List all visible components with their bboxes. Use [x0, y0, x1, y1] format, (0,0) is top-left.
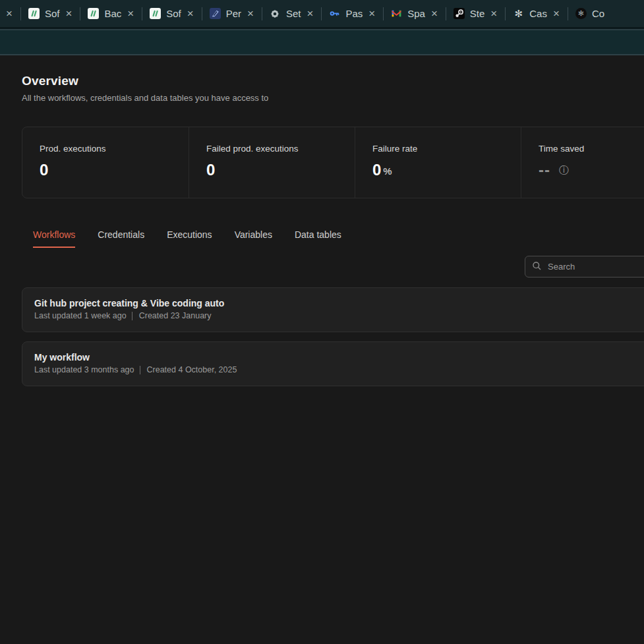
percent-suffix: %	[383, 164, 392, 177]
stat-label: Failure rate	[372, 144, 521, 154]
tab-executions[interactable]: Executions	[167, 229, 212, 248]
tab-workflows[interactable]: Workflows	[33, 229, 75, 248]
close-icon[interactable]: ×	[187, 8, 194, 19]
n8n-icon	[88, 8, 99, 19]
toolbar-row	[22, 256, 644, 278]
info-icon[interactable]: ⓘ	[559, 164, 569, 177]
browser-tab-settings[interactable]: Set ×	[262, 0, 321, 27]
workflow-title: Git hub project creating & Vibe coding a…	[34, 298, 641, 308]
browser-tab-chatgpt-2[interactable]: ✻ Co	[568, 0, 612, 27]
browser-tab-partial[interactable]: ×	[1, 0, 20, 27]
browser-nav-bar[interactable]	[0, 29, 644, 55]
close-icon[interactable]: ×	[247, 8, 254, 19]
stat-value: 0	[40, 161, 189, 179]
workflow-created: Created 23 January	[139, 311, 212, 320]
workflow-meta: Last updated 3 months ago Created 4 Octo…	[34, 365, 641, 374]
workflow-list: Git hub project creating & Vibe coding a…	[22, 287, 644, 386]
openai-dark-icon: ✻	[575, 8, 587, 19]
gmail-icon	[391, 8, 402, 19]
browser-tab-passwords[interactable]: Pas ×	[322, 0, 383, 27]
gear-icon	[270, 8, 281, 19]
page-title: Overview	[22, 74, 644, 88]
close-icon[interactable]: ×	[490, 8, 498, 19]
tab-label: Bac	[104, 8, 121, 19]
close-icon[interactable]: ×	[552, 8, 560, 19]
tab-data-tables[interactable]: Data tables	[295, 229, 341, 248]
n8n-icon	[28, 8, 40, 19]
meta-divider	[132, 312, 132, 320]
workflow-updated: Last updated 1 week ago	[34, 311, 127, 320]
browser-tab-n8n-1[interactable]: Sof ×	[21, 0, 80, 27]
page-subtitle: All the workflows, credentials and data …	[22, 93, 644, 103]
close-icon[interactable]: ×	[65, 8, 73, 19]
workflow-card[interactable]: Git hub project creating & Vibe coding a…	[22, 287, 644, 332]
tab-label: Co	[592, 8, 604, 19]
stat-card-prod-executions: Prod. executions 0	[22, 127, 189, 198]
browser-tab-per[interactable]: Per ×	[202, 0, 262, 27]
browser-tab-n8n-3[interactable]: Sof ×	[142, 0, 201, 27]
workflow-updated: Last updated 3 months ago	[34, 365, 134, 374]
steam-icon	[454, 8, 465, 19]
tab-label: Sof	[45, 8, 60, 19]
search-input[interactable]	[525, 256, 644, 278]
close-icon[interactable]: ×	[368, 8, 376, 19]
browser-tab-n8n-2[interactable]: Bac ×	[80, 0, 142, 27]
stat-value: 0%	[372, 161, 521, 179]
browser-tab-chatgpt-1[interactable]: ✻ Cas ×	[506, 0, 568, 27]
stat-card-failure-rate: Failure rate 0%	[355, 127, 521, 198]
overview-page: Overview All the workflows, credentials …	[0, 74, 644, 386]
stat-value: --ⓘ	[539, 161, 644, 179]
tab-label: Spa	[407, 8, 425, 19]
meta-divider	[140, 366, 140, 374]
key-icon	[329, 8, 340, 19]
stat-label: Prod. executions	[40, 144, 189, 154]
tab-label: Pas	[345, 8, 363, 19]
stat-label: Time saved	[539, 144, 644, 154]
stat-label: Failed prod. executions	[206, 144, 355, 154]
tab-label: Per	[226, 8, 241, 19]
browser-tab-bar: × Sof × Bac × Sof × Per × Set	[0, 0, 644, 29]
tab-label: Cas	[529, 8, 547, 19]
tab-credentials[interactable]: Credentials	[98, 229, 144, 248]
browser-tab-gmail[interactable]: Spa ×	[384, 0, 446, 27]
openai-icon: ✻	[513, 8, 524, 19]
navy-slash-icon	[210, 8, 221, 19]
content-tabs: Workflows Credentials Executions Variabl…	[33, 229, 644, 248]
tab-label: Ste	[470, 8, 485, 19]
search-box	[525, 256, 644, 278]
workflow-created: Created 4 October, 2025	[147, 365, 237, 374]
stat-card-failed-executions: Failed prod. executions 0	[189, 127, 355, 198]
workflow-meta: Last updated 1 week ago Created 23 Janua…	[34, 311, 641, 320]
stats-group: Prod. executions 0 Failed prod. executio…	[22, 127, 644, 198]
tab-label: Sof	[166, 8, 181, 19]
close-icon[interactable]: ×	[127, 8, 134, 19]
close-icon[interactable]: ×	[306, 8, 314, 19]
workflow-card[interactable]: My workflow Last updated 3 months ago Cr…	[22, 341, 644, 386]
browser-tab-steam[interactable]: Ste ×	[446, 0, 505, 27]
close-icon[interactable]: ×	[5, 8, 13, 19]
n8n-icon	[150, 8, 161, 19]
search-icon	[532, 261, 542, 274]
tab-variables[interactable]: Variables	[235, 229, 272, 248]
tab-label: Set	[286, 8, 301, 19]
close-icon[interactable]: ×	[430, 8, 438, 19]
stat-value: 0	[206, 161, 355, 179]
workflow-title: My workflow	[34, 352, 641, 363]
stat-card-time-saved: Time saved --ⓘ	[521, 127, 644, 198]
